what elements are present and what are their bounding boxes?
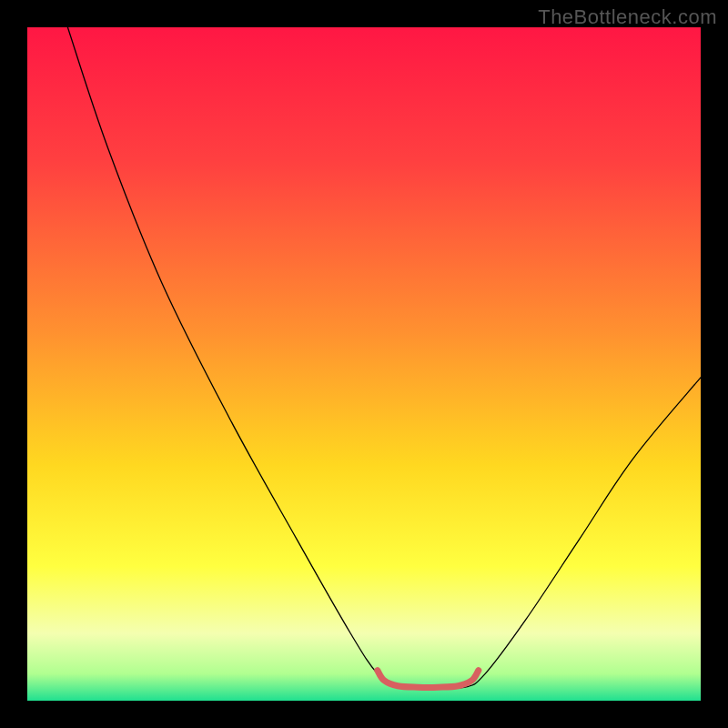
chart-svg: [27, 27, 701, 701]
chart-background: [27, 27, 701, 701]
watermark-label: TheBottleneck.com: [538, 5, 717, 29]
chart-plot-area: [27, 27, 701, 701]
chart-frame: TheBottleneck.com: [0, 0, 728, 728]
